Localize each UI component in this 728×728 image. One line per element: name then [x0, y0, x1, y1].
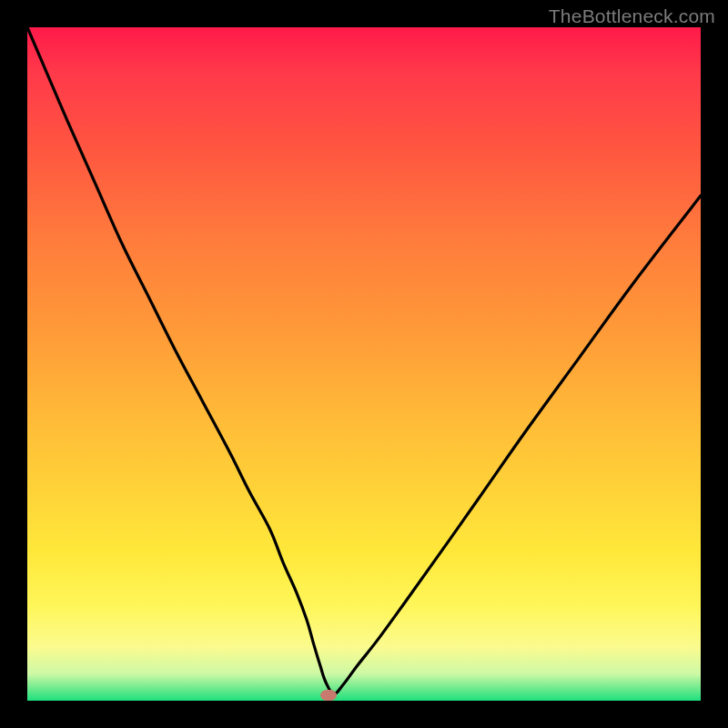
watermark-text: TheBottleneck.com — [549, 5, 715, 27]
minimum-marker — [320, 690, 337, 701]
bottleneck-curve — [27, 27, 701, 701]
